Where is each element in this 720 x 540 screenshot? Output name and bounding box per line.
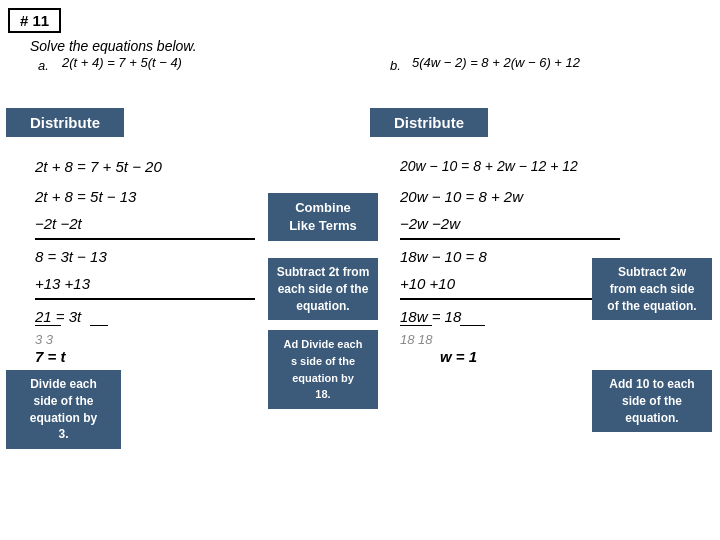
- label-b: b.: [390, 58, 401, 73]
- math-b-line1: 20w − 10 = 8 + 2w − 12 + 12: [400, 158, 578, 174]
- label-a: a.: [38, 58, 49, 73]
- math-a-line6b: 3 3: [35, 332, 53, 347]
- math-a-line2: 2t + 8 = 5t − 13: [35, 188, 136, 205]
- math-b-line5: +10 +10: [400, 275, 455, 292]
- math-a-line7: 7 = t: [35, 348, 65, 365]
- problem-number: # 11: [8, 8, 61, 33]
- math-b-line6b: 18 18: [400, 332, 433, 347]
- math-a-line4: 8 = 3t − 13: [35, 248, 107, 265]
- divide-by-18-box[interactable]: Ad Divide each s side of the equation by…: [268, 330, 378, 409]
- equation-b: 5(4w − 2) = 8 + 2(w − 6) + 12: [412, 55, 580, 70]
- math-a-line1: 2t + 8 = 7 + 5t − 20: [35, 158, 162, 175]
- combine-like-terms-box[interactable]: Combine Like Terms: [268, 193, 378, 241]
- distribute-button-a[interactable]: Distribute: [6, 108, 124, 137]
- math-a-line3: −2t −2t: [35, 215, 82, 232]
- math-b-line6: 18w = 18: [400, 308, 461, 325]
- math-b-line2: 20w − 10 = 8 + 2w: [400, 188, 523, 205]
- subtract-2w-box[interactable]: Subtract 2w from each side of the equati…: [592, 258, 712, 320]
- add-10-box[interactable]: Add 10 to each side of the equation.: [592, 370, 712, 432]
- math-b-line3: −2w −2w: [400, 215, 460, 232]
- math-a-line6: 21 = 3t: [35, 308, 81, 325]
- distribute-button-b[interactable]: Distribute: [370, 108, 488, 137]
- math-b-line4: 18w − 10 = 8: [400, 248, 487, 265]
- equation-a: 2(t + 4) = 7 + 5(t − 4): [62, 55, 182, 70]
- math-a-line5: +13 +13: [35, 275, 90, 292]
- math-b-line7: w = 1: [440, 348, 477, 365]
- subtract-2t-box[interactable]: Subtract 2t from each side of the equati…: [268, 258, 378, 320]
- divide-by-3-box[interactable]: Divide each side of the equation by 3.: [6, 370, 121, 449]
- main-title: Solve the equations below.: [30, 38, 197, 54]
